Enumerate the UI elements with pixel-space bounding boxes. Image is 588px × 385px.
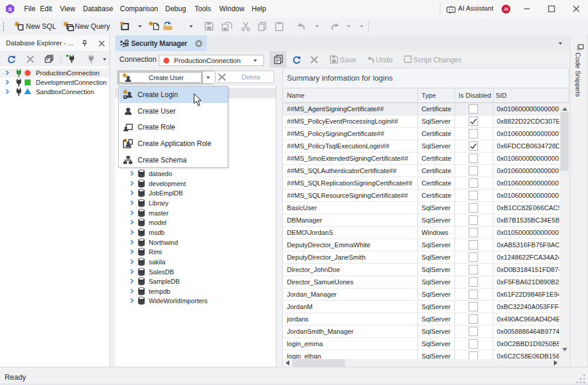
svg-text:S: S bbox=[8, 6, 12, 12]
